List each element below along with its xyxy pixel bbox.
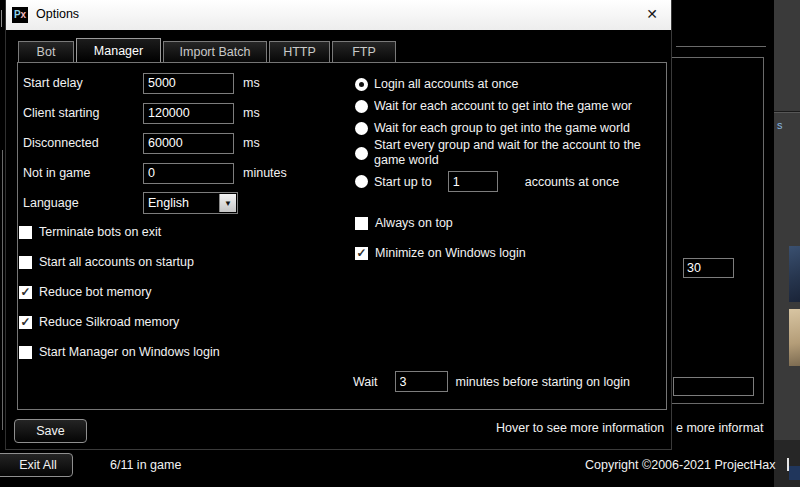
radio-icon[interactable] bbox=[355, 175, 368, 188]
radio-wait-each-group[interactable]: Wait for each group to get into the game… bbox=[355, 121, 630, 135]
accounts-at-once-label: accounts at once bbox=[525, 175, 620, 189]
start-delay-input[interactable] bbox=[143, 73, 234, 94]
checkbox-start-all-accounts[interactable]: ✓ Start all accounts on startup bbox=[19, 255, 194, 269]
in-game-status: 6/11 in game bbox=[110, 458, 181, 472]
radio-start-up-to[interactable]: Start up to accounts at once bbox=[355, 171, 619, 192]
client-starting-label: Client starting bbox=[23, 106, 143, 120]
checkbox-icon[interactable]: ✓ bbox=[19, 256, 32, 269]
background-border-fragment bbox=[1, 10, 2, 27]
hover-hint-text: Hover to see more information bbox=[496, 421, 673, 435]
checkbox-label: Start all accounts on startup bbox=[39, 255, 194, 269]
tab-manager[interactable]: Manager bbox=[76, 38, 161, 63]
language-row: Language English ▼ bbox=[23, 192, 238, 214]
start-delay-row: Start delay ms bbox=[23, 72, 260, 94]
checkbox-icon[interactable]: ✓ bbox=[19, 316, 32, 329]
radio-label: Start every group and wait for the accou… bbox=[374, 138, 656, 168]
radio-wait-each-account[interactable]: Wait for each account to get into the ga… bbox=[355, 99, 632, 113]
strip-image-fragment bbox=[789, 309, 800, 366]
disconnected-unit: ms bbox=[243, 136, 260, 150]
client-starting-row: Client starting ms bbox=[23, 102, 260, 124]
checkbox-label: Reduce bot memory bbox=[39, 285, 152, 299]
tab-bot[interactable]: Bot bbox=[18, 41, 74, 63]
strip-text-fragment: s bbox=[777, 119, 783, 131]
background-divider bbox=[676, 46, 766, 47]
checkbox-icon[interactable]: ✓ bbox=[19, 346, 32, 359]
checkbox-label: Start Manager on Windows login bbox=[39, 345, 220, 359]
radio-login-all-at-once[interactable]: Login all accounts at once bbox=[355, 77, 519, 91]
disconnected-row: Disconnected ms bbox=[23, 132, 260, 154]
checkbox-icon[interactable]: ✓ bbox=[19, 226, 32, 239]
disconnected-label: Disconnected bbox=[23, 136, 143, 150]
strip-image-fragment bbox=[789, 246, 800, 302]
start-delay-unit: ms bbox=[243, 76, 260, 90]
not-in-game-unit: minutes bbox=[243, 166, 287, 180]
language-label: Language bbox=[23, 196, 143, 210]
wait-suffix-label: minutes before starting on login bbox=[456, 375, 630, 389]
not-in-game-input[interactable] bbox=[143, 163, 234, 184]
checkbox-label: Terminate bots on exit bbox=[39, 225, 161, 239]
radio-label: Login all accounts at once bbox=[374, 77, 519, 91]
checkbox-label: Always on top bbox=[375, 216, 453, 230]
wait-label: Wait bbox=[353, 375, 378, 389]
dialog-titlebar[interactable]: Px Options ✕ bbox=[6, 0, 671, 30]
checkbox-minimize-on-windows-login[interactable]: ✓ Minimize on Windows login bbox=[355, 246, 526, 260]
checkbox-icon[interactable]: ✓ bbox=[355, 217, 368, 230]
screen: e more informati Exit All 6/11 in game C… bbox=[0, 0, 800, 487]
copyright-text: Copyright ©2006-2021 ProjectHax bbox=[585, 458, 776, 472]
client-starting-unit: ms bbox=[243, 106, 260, 120]
radio-icon[interactable] bbox=[355, 122, 368, 135]
checkbox-label: Reduce Silkroad memory bbox=[39, 315, 179, 329]
strip-divider bbox=[774, 112, 800, 113]
checkbox-label: Minimize on Windows login bbox=[375, 246, 526, 260]
checkbox-terminate-bots[interactable]: ✓ Terminate bots on exit bbox=[19, 225, 161, 239]
background-groupbox-top bbox=[672, 57, 764, 58]
radio-label: Wait for each group to get into the game… bbox=[374, 121, 630, 135]
dialog-title: Options bbox=[36, 7, 79, 21]
radio-icon[interactable] bbox=[355, 147, 368, 160]
checkbox-start-manager-windows-login[interactable]: ✓ Start Manager on Windows login bbox=[19, 345, 220, 359]
options-dialog: Px Options ✕ Bot Manager Import Batch HT… bbox=[5, 0, 672, 450]
background-hint-fragment: e more informati bbox=[676, 421, 764, 435]
background-text-field[interactable] bbox=[673, 377, 754, 396]
not-in-game-row: Not in game minutes bbox=[23, 162, 287, 184]
save-button[interactable]: Save bbox=[14, 419, 87, 443]
radio-label: Wait for each account to get into the ga… bbox=[374, 99, 632, 113]
start-up-to-label: Start up to bbox=[374, 175, 432, 189]
checkbox-icon[interactable]: ✓ bbox=[19, 286, 32, 299]
background-number-field[interactable] bbox=[683, 258, 734, 278]
wait-row: Wait minutes before starting on login bbox=[353, 371, 630, 392]
tab-http[interactable]: HTTP bbox=[269, 41, 330, 63]
start-delay-label: Start delay bbox=[23, 76, 143, 90]
tab-bar: Bot Manager Import Batch HTTP FTP bbox=[18, 38, 396, 63]
checkbox-icon[interactable]: ✓ bbox=[355, 247, 368, 260]
radio-icon[interactable] bbox=[355, 100, 368, 113]
projecthax-app-icon: Px bbox=[12, 7, 28, 23]
strip-text-fragment bbox=[787, 458, 789, 471]
client-starting-input[interactable] bbox=[143, 103, 234, 124]
wait-minutes-input[interactable] bbox=[395, 371, 448, 392]
checkbox-reduce-bot-memory[interactable]: ✓ Reduce bot memory bbox=[19, 285, 152, 299]
background-groupbox-edge-left bbox=[2, 150, 3, 430]
disconnected-input[interactable] bbox=[143, 133, 234, 154]
checkbox-always-on-top[interactable]: ✓ Always on top bbox=[355, 216, 453, 230]
start-up-to-input[interactable] bbox=[448, 171, 498, 192]
chevron-down-icon[interactable]: ▼ bbox=[219, 194, 236, 212]
not-in-game-label: Not in game bbox=[23, 166, 143, 180]
tab-import-batch[interactable]: Import Batch bbox=[163, 41, 267, 63]
language-value: English bbox=[144, 196, 189, 210]
tab-ftp[interactable]: FTP bbox=[332, 41, 396, 63]
side-window-strip: s bbox=[774, 0, 800, 487]
language-select[interactable]: English ▼ bbox=[143, 192, 238, 214]
close-icon[interactable]: ✕ bbox=[646, 6, 658, 22]
checkbox-reduce-silkroad-memory[interactable]: ✓ Reduce Silkroad memory bbox=[19, 315, 179, 329]
strip-image-fragment bbox=[789, 466, 800, 480]
background-groupbox-right bbox=[763, 57, 764, 404]
radio-icon[interactable] bbox=[355, 78, 368, 91]
background-groupbox-bottom bbox=[672, 403, 764, 404]
radio-start-every-group[interactable]: Start every group and wait for the accou… bbox=[355, 136, 656, 170]
exit-all-button[interactable]: Exit All bbox=[0, 453, 73, 477]
